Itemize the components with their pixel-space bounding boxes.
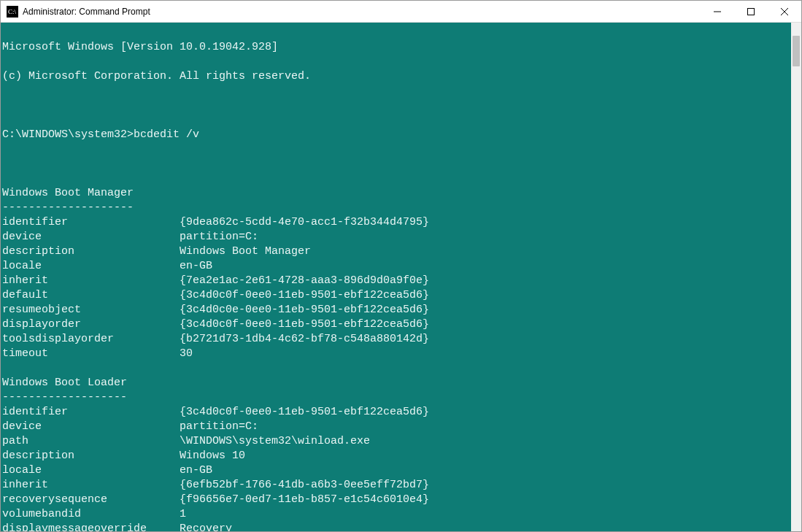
banner-line: (c) Microsoft Corporation. All rights re… (2, 69, 790, 84)
scrollbar-thumb[interactable] (793, 36, 800, 66)
entry-value: Windows Boot Manager (180, 244, 311, 259)
section-title: Windows Boot Manager (2, 186, 790, 201)
svg-rect-3 (748, 8, 755, 15)
entry-row: inherit{7ea2e1ac-2e61-4728-aaa3-896d9d0a… (2, 274, 790, 288)
entry-row: identifier{3c4d0c0f-0ee0-11eb-9501-ebf12… (2, 405, 790, 420)
entry-key: locale (2, 259, 180, 274)
cmd-icon: C:\ (7, 6, 18, 18)
entry-value: {7ea2e1ac-2e61-4728-aaa3-896d9d0a9f0e} (180, 274, 429, 288)
entry-row: timeout30 (2, 347, 790, 361)
banner-line: Microsoft Windows [Version 10.0.19042.92… (2, 40, 790, 55)
entry-value: {9dea862c-5cdd-4e70-acc1-f32b344d4795} (180, 215, 429, 230)
section-divider: -------------------- (2, 201, 790, 215)
svg-text:C:\: C:\ (8, 8, 17, 15)
entry-key: recoverysequence (2, 493, 180, 507)
maximize-button[interactable] (734, 1, 768, 23)
section-divider: ------------------- (2, 390, 790, 405)
entry-row: devicepartition=C: (2, 230, 790, 244)
entry-value: {3c4d0c0f-0ee0-11eb-9501-ebf122cea5d6} (180, 288, 429, 303)
entry-row: descriptionWindows Boot Manager (2, 244, 790, 259)
scrollbar[interactable] (791, 23, 801, 531)
entry-row: volumebandid1 (2, 507, 790, 522)
entry-key: device (2, 420, 180, 434)
entry-row: displayorder{3c4d0c0f-0ee0-11eb-9501-ebf… (2, 317, 790, 332)
entry-value: {3c4d0c0f-0ee0-11eb-9501-ebf122cea5d6} (180, 317, 429, 332)
entry-row: default{3c4d0c0f-0ee0-11eb-9501-ebf122ce… (2, 288, 790, 303)
entry-row: descriptionWindows 10 (2, 449, 790, 463)
entry-value: {f96656e7-0ed7-11eb-b857-e1c54c6010e4} (180, 493, 429, 507)
entry-key: path (2, 434, 180, 449)
entry-key: description (2, 244, 180, 259)
section-title: Windows Boot Loader (2, 376, 790, 390)
prompt-path: C:\WINDOWS\system32> (2, 128, 134, 141)
entry-key: displayorder (2, 317, 180, 332)
entry-value: en-GB (180, 463, 212, 478)
entry-key: inherit (2, 274, 180, 288)
entry-key: resumeobject (2, 303, 180, 317)
entry-value: partition=C: (180, 420, 258, 434)
titlebar: C:\ Administrator: Command Prompt (1, 1, 801, 23)
entry-value: Windows 10 (180, 449, 245, 463)
entry-key: identifier (2, 215, 180, 230)
entry-value: \WINDOWS\system32\winload.exe (180, 434, 370, 449)
entry-key: locale (2, 463, 180, 478)
entry-row: localeen-GB (2, 259, 790, 274)
window-title: Administrator: Command Prompt (23, 7, 150, 17)
entry-value: 1 (180, 507, 186, 522)
entry-key: displaymessageoverride (2, 522, 180, 531)
entry-row: identifier{9dea862c-5cdd-4e70-acc1-f32b3… (2, 215, 790, 230)
entry-key: timeout (2, 347, 180, 361)
entry-row: inherit{6efb52bf-1766-41db-a6b3-0ee5eff7… (2, 478, 790, 493)
entry-key: description (2, 449, 180, 463)
prompt-line: C:\WINDOWS\system32>bcdedit /v (2, 128, 790, 142)
entry-value: partition=C: (180, 230, 258, 244)
entry-value: 30 (180, 347, 193, 361)
entry-row: toolsdisplayorder{b2721d73-1db4-4c62-bf7… (2, 332, 790, 347)
entry-key: identifier (2, 405, 180, 420)
entry-key: default (2, 288, 180, 303)
minimize-button[interactable] (701, 1, 734, 23)
entry-key: volumebandid (2, 507, 180, 522)
entry-value: {b2721d73-1db4-4c62-bf78-c548a880142d} (180, 332, 429, 347)
entry-row: devicepartition=C: (2, 420, 790, 434)
entry-row: localeen-GB (2, 463, 790, 478)
entry-key: toolsdisplayorder (2, 332, 180, 347)
entry-key: inherit (2, 478, 180, 493)
close-button[interactable] (768, 1, 801, 23)
entry-row: recoverysequence{f96656e7-0ed7-11eb-b857… (2, 493, 790, 507)
entry-value: en-GB (180, 259, 212, 274)
entry-value: {3c4d0c0e-0ee0-11eb-9501-ebf122cea5d6} (180, 303, 429, 317)
entry-value: {6efb52bf-1766-41db-a6b3-0ee5eff72bd7} (180, 478, 429, 493)
entry-value: {3c4d0c0f-0ee0-11eb-9501-ebf122cea5d6} (180, 405, 429, 420)
entry-row: resumeobject{3c4d0c0e-0ee0-11eb-9501-ebf… (2, 303, 790, 317)
terminal-output[interactable]: Microsoft Windows [Version 10.0.19042.92… (1, 23, 791, 531)
entry-value: Recovery (180, 522, 232, 531)
command-text: bcdedit /v (134, 128, 199, 141)
entry-row: displaymessageoverrideRecovery (2, 522, 790, 531)
entry-key: device (2, 230, 180, 244)
entry-row: path\WINDOWS\system32\winload.exe (2, 434, 790, 449)
